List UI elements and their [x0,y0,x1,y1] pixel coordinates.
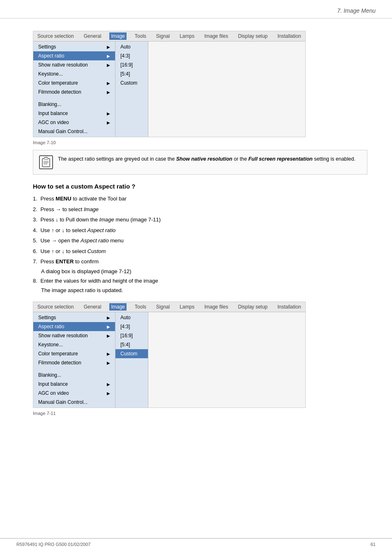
menu-item-blanking-label: Blanking... [38,101,61,107]
menu-item-keystone[interactable]: Keystone... [33,69,115,78]
menu-2-color-temp-label: Color temperature [38,351,78,357]
arrow-icon-m2-5: ▶ [107,361,110,365]
step-2-italic: Image [84,206,99,212]
menu-bar-2-image[interactable]: Image [109,303,126,311]
menu-2-item-color-temp[interactable]: Color temperature ▶ [33,349,115,358]
menu-bar-display-setup[interactable]: Display setup [236,32,269,40]
arrow-icon-m2-4: ▶ [107,352,110,356]
image-label-2: Image 7-11 [33,411,367,416]
note-bold-2: Full screen representation [248,156,312,162]
menu-2-item-aspect-ratio[interactable]: Aspect ratio ▶ [33,322,115,331]
menu-item-agc[interactable]: AGC on video ▶ [33,118,115,127]
how-to-title: How to set a custom Aspect ratio ? [33,183,367,190]
submenu-4-3[interactable]: [4:3] [115,51,148,60]
menu-panel-1: Settings ▶ Aspect ratio ▶ Show native re… [33,41,115,137]
submenu-2-5-4[interactable]: [5:4] [115,340,148,349]
menu-bar-2-signal[interactable]: Signal [154,303,171,311]
step-4-italic: Aspect ratio [88,227,116,233]
submenu-2-custom[interactable]: Custom [115,349,148,358]
menu-2-item-blanking[interactable]: Blanking... [33,371,115,380]
menu-bar-2-lamps[interactable]: Lamps [178,303,196,311]
menu-bar-tools[interactable]: Tools [133,32,148,40]
menu-2-settings-label: Settings [38,315,56,320]
submenu-16-9[interactable]: [16:9] [115,60,148,69]
menu-2-blanking-label: Blanking... [38,372,61,378]
submenu-auto[interactable]: Auto [115,42,148,51]
step-3: 3. Press ↓ to Pull down the Image menu (… [33,216,367,224]
menu-item-manual-gain-label: Manual Gain Control... [38,129,88,134]
menu-bar-lamps[interactable]: Lamps [178,32,196,40]
menu-2-item-show-native[interactable]: Show native resolution ▶ [33,331,115,340]
sub-note-2: The image aspect ratio is updated. [41,287,367,293]
arrow-icon-6: ▶ [107,111,110,116]
menu-body-2: Settings ▶ Aspect ratio ▶ Show native re… [33,312,305,408]
instructions-list-2: 8. Enter the values for width and height… [33,277,367,285]
arrow-icon-4: ▶ [107,81,110,85]
note-box: The aspect ratio settings are greyed out… [33,150,367,175]
submenu-panel-2: Auto [4:3] [16:9] [5:4] Custom [115,312,148,408]
menu-bar-source-selection[interactable]: Source selection [36,32,76,40]
menu-2-item-filmmode[interactable]: Filmmode detection ▶ [33,358,115,367]
step-5: 5. Use → open the Aspect ratio menu [33,237,367,245]
menu-item-aspect-ratio[interactable]: Aspect ratio ▶ [33,51,115,60]
menu-body-1: Settings ▶ Aspect ratio ▶ Show native re… [33,41,305,137]
menu-item-input-balance-label: Input balance [38,111,68,116]
menu-bar-signal[interactable]: Signal [154,32,171,40]
submenu-2-4-3[interactable]: [4:3] [115,322,148,331]
sub-note-1: A dialog box is displayed (image 7-12) [41,268,367,274]
menu-divider-1 [33,97,115,100]
step-2: 2. Press → to select Image [33,205,367,214]
menu-item-input-balance[interactable]: Input balance ▶ [33,109,115,118]
menu-2-item-agc[interactable]: AGC on video ▶ [33,389,115,398]
menu-bar-2-tools[interactable]: Tools [133,303,148,311]
menu-bar-installation[interactable]: Installation [276,32,302,40]
menu-bar-2-image-files[interactable]: Image files [203,303,230,311]
menu-bar-2-source-selection[interactable]: Source selection [36,303,76,311]
menu-item-agc-label: AGC on video [38,120,69,125]
clipboard-icon [42,157,51,168]
arrow-icon: ▶ [107,45,110,49]
arrow-icon-3: ▶ [107,63,110,67]
menu-2-item-keystone[interactable]: Keystone... [33,340,115,349]
menu-2-agc-label: AGC on video [38,390,69,396]
menu-bar-2-display-setup[interactable]: Display setup [236,303,269,311]
menu-item-blanking[interactable]: Blanking... [33,100,115,109]
menu-item-manual-gain[interactable]: Manual Gain Control... [33,127,115,136]
menu-2-show-native-label: Show native resolution [38,333,88,339]
menu-bar-2: Source selection General Image Tools Sig… [33,302,305,312]
submenu-2-auto[interactable]: Auto [115,313,148,322]
arrow-icon-m2-1: ▶ [107,315,110,320]
page-container: 7. Image Menu Source selection General I… [0,0,392,555]
step-6-italic: Custom [88,248,106,254]
menu-bar-1: Source selection General Image Tools Sig… [33,31,305,41]
submenu-panel-1: Auto [4:3] [16:9] [5:4] Custom [115,41,148,137]
menu-item-keystone-label: Keystone... [38,71,63,77]
menu-item-settings[interactable]: Settings ▶ [33,42,115,51]
menu-item-show-native[interactable]: Show native resolution ▶ [33,60,115,69]
step-7: 7. Press ENTER to confirm [33,258,367,266]
submenu-5-4[interactable]: [5:4] [115,69,148,78]
menu-2-manual-gain-label: Manual Gain Control... [38,399,88,405]
arrow-icon-m2-6: ▶ [107,382,110,387]
menu-2-item-input-balance[interactable]: Input balance ▶ [33,380,115,389]
menu-bar-2-general[interactable]: General [82,303,103,311]
menu-bar-2-installation[interactable]: Installation [276,303,302,311]
menu-item-aspect-ratio-label: Aspect ratio [38,53,64,59]
step-8: 8. Enter the values for width and height… [33,277,367,285]
menu-screenshot-1: Source selection General Image Tools Sig… [33,31,306,137]
menu-item-show-native-label: Show native resolution [38,62,88,68]
step-1: 1. Press MENU to activate the Tool bar [33,195,367,203]
submenu-custom[interactable]: Custom [115,78,148,88]
menu-bar-image[interactable]: Image [109,32,126,40]
arrow-icon-5: ▶ [107,90,110,94]
image-label-1: Image 7-10 [33,140,367,145]
step-4: 4. Use ↑ or ↓ to select Aspect ratio [33,226,367,235]
submenu-2-16-9[interactable]: [16:9] [115,331,148,340]
menu-2-item-manual-gain[interactable]: Manual Gain Control... [33,398,115,407]
menu-bar-general[interactable]: General [82,32,103,40]
menu-item-filmmode[interactable]: Filmmode detection ▶ [33,88,115,97]
menu-bar-image-files[interactable]: Image files [203,32,230,40]
step-7-bold: ENTER [55,258,74,265]
menu-item-color-temp[interactable]: Color temperature ▶ [33,78,115,88]
menu-2-item-settings[interactable]: Settings ▶ [33,313,115,322]
